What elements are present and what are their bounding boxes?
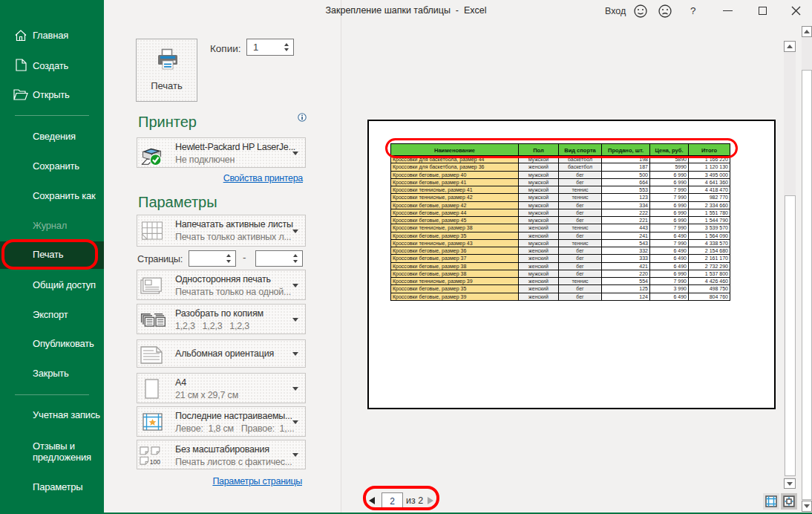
svg-text:100: 100 bbox=[150, 458, 160, 465]
